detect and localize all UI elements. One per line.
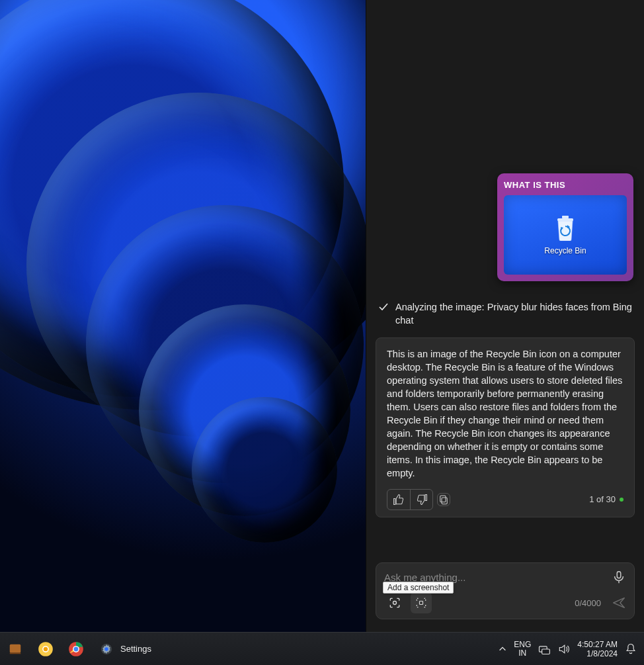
svg-rect-10 — [10, 652, 21, 654]
svg-rect-1 — [562, 216, 569, 218]
svg-point-18 — [104, 647, 108, 651]
status-dot-icon — [620, 498, 624, 502]
copy-button[interactable] — [438, 494, 450, 506]
svg-point-16 — [74, 646, 79, 651]
user-message-bubble: WHAT IS THIS Recycle Bin — [497, 173, 633, 281]
gear-icon — [99, 642, 114, 656]
svg-rect-0 — [557, 218, 573, 221]
svg-rect-6 — [617, 572, 621, 578]
user-message-thumbnail[interactable]: Recycle Bin — [504, 195, 627, 275]
response-actions: 1 of 30 — [387, 489, 624, 510]
assistant-response-text: This is an image of the Recycle Bin icon… — [387, 347, 624, 480]
microphone-button[interactable] — [612, 570, 626, 584]
svg-rect-4 — [442, 498, 447, 504]
svg-point-7 — [393, 601, 397, 605]
assistant-response-card: This is an image of the Recycle Bin icon… — [376, 337, 635, 517]
tray-overflow-button[interactable] — [498, 644, 507, 654]
recycle-bin-icon — [554, 214, 577, 241]
svg-point-13 — [44, 646, 48, 651]
svg-rect-20 — [542, 649, 550, 654]
char-count: 0/4000 — [575, 598, 601, 608]
dislike-button[interactable] — [410, 490, 432, 510]
screenshot-tooltip: Add a screenshot — [383, 582, 454, 594]
analyzing-status: Analyzing the image: Privacy blur hides … — [378, 300, 635, 327]
add-screenshot-button[interactable] — [411, 592, 432, 613]
check-icon — [378, 302, 389, 312]
svg-rect-8 — [420, 601, 423, 605]
desktop-wallpaper[interactable] — [0, 0, 366, 632]
like-button[interactable] — [387, 490, 410, 510]
send-button[interactable] — [612, 596, 626, 610]
copilot-panel: WHAT IS THIS Recycle Bin An — [366, 0, 644, 632]
taskbar: Settings ENG IN 4:50:27 AM 1/8/2024 — [0, 632, 644, 665]
response-counter: 1 of 30 — [589, 493, 624, 506]
chat-input-placeholder[interactable]: Ask me anything... — [384, 572, 612, 583]
chat-input-box[interactable]: Ask me anything... Add a screenshot 0/40… — [376, 562, 635, 619]
network-icon[interactable] — [538, 643, 551, 656]
taskbar-app-unknown[interactable] — [3, 637, 28, 662]
clock[interactable]: 4:50:27 AM 1/8/2024 — [577, 640, 618, 658]
svg-rect-5 — [440, 496, 446, 502]
taskbar-settings[interactable]: Settings — [94, 637, 157, 662]
notifications-icon[interactable] — [624, 643, 637, 656]
thumbnail-caption: Recycle Bin — [544, 246, 586, 255]
taskbar-chrome-canary[interactable] — [33, 637, 58, 662]
svg-rect-9 — [10, 644, 21, 652]
language-indicator[interactable]: ENG IN — [514, 641, 531, 658]
volume-icon[interactable] — [557, 643, 571, 656]
taskbar-chrome[interactable] — [63, 637, 89, 662]
analyzing-text: Analyzing the image: Privacy blur hides … — [395, 300, 635, 327]
user-message-label: WHAT IS THIS — [504, 180, 627, 190]
taskbar-settings-label: Settings — [120, 644, 151, 654]
visual-search-button[interactable] — [384, 592, 405, 613]
